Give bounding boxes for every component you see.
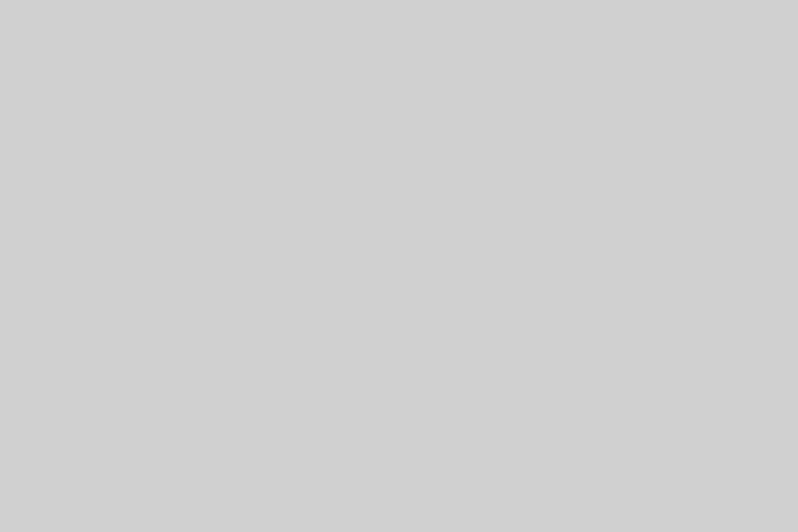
- slides-container: Foorza Thank You For Watching & Your Att…: [0, 0, 798, 532]
